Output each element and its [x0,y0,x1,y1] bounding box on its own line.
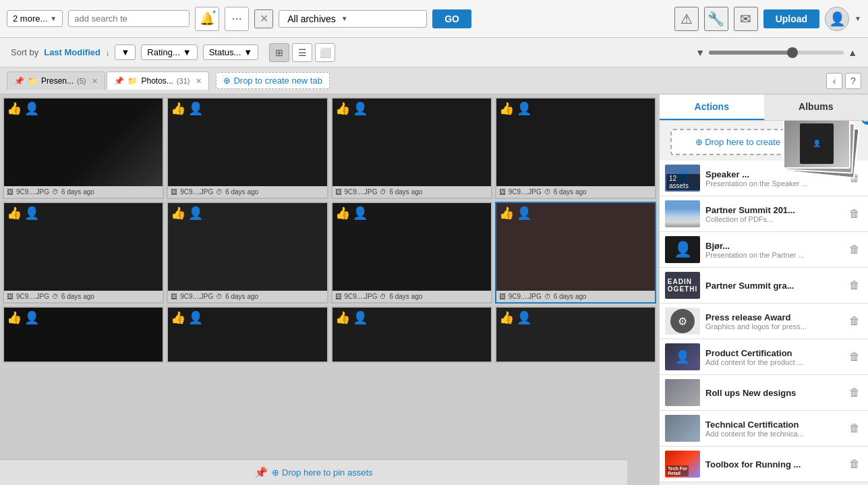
album-delete-icon[interactable]: 🗑 [846,457,863,472]
like-icon[interactable]: 👍 [499,310,514,325]
grid-view-button[interactable]: ⊞ [269,43,289,62]
album-item-partner-summit-pdf[interactable]: Partner Summit 201... Collection of PDFs… [660,196,868,232]
tab-nav-help-button[interactable]: ? [845,73,861,89]
person-icon[interactable]: 👤 [188,206,203,221]
grid-item[interactable]: 👍 👤 🖼 9C9....JPG ⏱ 6 days ago [331,202,492,304]
alert-icon-button[interactable]: ⚠ [674,7,699,31]
album-item-press-release[interactable]: ⚙ Press release Award Graphics and logos… [660,304,868,339]
grid-item[interactable]: 👍 👤 [331,306,492,363]
album-delete-icon[interactable]: 🗑 [846,349,863,364]
asset-grid[interactable]: 👍 👤 🖼 9C9....JPG ⏱ 6 days ago 👍 👤 🖼 9C9.… [0,94,659,485]
person-icon[interactable]: 👤 [517,206,531,221]
grid-item[interactable]: 👍 👤 🖼 9C9....JPG ⏱ 6 days ago [167,202,328,304]
person-icon[interactable]: 👤 [353,101,368,116]
tab-presentations-label: Presen... [41,76,74,86]
grid-item-selected[interactable]: 👍 👤 🖼 9C9....JPG ⏱ 6 days ago [495,202,656,304]
album-delete-icon[interactable]: 🗑 [846,206,863,221]
grid-item[interactable]: 👍 👤 [3,306,164,363]
more-options-button[interactable]: ··· [225,7,249,31]
grid-item-footer: 🖼 9C9....JPG ⏱ 6 days ago [496,291,655,302]
album-delete-icon[interactable]: 🗑 [846,421,863,436]
clock-icon: ⏱ [52,188,59,196]
album-desc: Presentation on the Speaker ... [705,179,841,188]
settings-icon-button[interactable]: 🔧 [704,7,728,31]
tab-albums[interactable]: Albums [764,94,869,120]
list-view-button[interactable]: ☰ [292,43,312,62]
grid-item-footer: 🖼 9C9....JPG ⏱ 6 days ago [496,186,655,198]
person-icon[interactable]: 👤 [188,101,203,116]
like-icon[interactable]: 👍 [171,206,185,221]
tab-presentations-close-icon[interactable]: ✕ [92,77,98,86]
tab-photos-close-icon[interactable]: ✕ [196,77,202,86]
person-icon[interactable]: 👤 [188,310,203,325]
like-icon[interactable]: 👍 [499,101,514,116]
album-item-technical-cert[interactable]: Technical Certification Add content for … [660,411,868,447]
album-item-speaker[interactable]: 👤 12 assets Speaker ... Presentation on … [660,161,868,196]
album-thumb: 👤 [665,343,700,370]
album-delete-icon[interactable]: 🗑 [846,385,863,400]
grid-item[interactable]: 👍 👤 [495,306,656,363]
album-item-bjor[interactable]: 👤 Bjør... Presentation on the Partner ..… [660,232,868,268]
modified: 6 days ago [61,188,94,196]
notification-bell-button[interactable]: 🔔 + [195,7,219,31]
grid-item[interactable]: 👍 👤 [167,306,328,363]
search-box[interactable] [68,10,190,27]
archive-select[interactable]: All archives ▼ [279,10,427,28]
tab-actions[interactable]: Actions [660,94,764,120]
album-thumb: Tech ForRetail [665,451,700,478]
album-item-partner-summit-gra[interactable]: EADINOGETHI Partner Summit gra... 🗑 [660,268,868,304]
tab-nav-prev-button[interactable]: ‹ [826,73,842,89]
person-icon[interactable]: 👤 [24,310,39,325]
person-icon[interactable]: 👤 [353,310,368,325]
sort-value[interactable]: Last Modified [44,47,100,57]
like-icon[interactable]: 👍 [7,101,22,116]
large-view-button[interactable]: ⬜ [315,43,335,62]
tab-photos[interactable]: 📌 📁 Photos... (31) ✕ [107,72,209,90]
clear-search-button[interactable]: ✕ [254,9,273,28]
like-icon[interactable]: 👍 [7,206,22,221]
person-icon[interactable]: 👤 [517,101,531,116]
new-tab-button[interactable]: ⊕ Drop to create new tab [216,72,330,89]
search-input[interactable] [74,13,155,24]
drop-album-button[interactable]: ⊕ Drop here to create a new album 👤 [670,129,857,155]
user-avatar[interactable]: 👤 [825,7,849,31]
sort-dropdown-button[interactable]: ▼ [115,45,136,60]
zoom-slider-thumb[interactable] [787,47,798,58]
grid-item[interactable]: 👍 👤 🖼 9C9....JPG ⏱ 6 days ago [3,97,164,199]
zoom-in-icon[interactable]: ▲ [848,47,857,58]
like-icon[interactable]: 👍 [171,310,185,325]
rating-label: Rating... [147,47,179,57]
pin-bar[interactable]: 📌 ⊕ Drop here to pin assets [0,459,627,485]
zoom-slider[interactable] [709,51,844,55]
status-filter-button[interactable]: Status... ▼ [203,45,259,60]
person-icon[interactable]: 👤 [517,310,531,325]
like-icon[interactable]: 👍 [171,101,185,116]
zoom-out-icon[interactable]: ▼ [695,47,705,58]
grid-item[interactable]: 👍 👤 🖼 9C9....JPG ⏱ 6 days ago [331,97,492,199]
like-icon[interactable]: 👍 [335,101,350,116]
album-delete-icon[interactable]: 🗑 [846,171,863,186]
sort-dropdown-arrow-icon: ▼ [121,47,129,57]
grid-item[interactable]: 👍 👤 🖼 9C9....JPG ⏱ 6 days ago [495,97,656,199]
person-icon[interactable]: 👤 [24,206,39,221]
album-delete-icon[interactable]: 🗑 [846,278,863,293]
upload-button[interactable]: Upload [763,9,819,28]
tab-presentations[interactable]: 📌 📁 Presen... (5) ✕ [7,72,105,90]
album-delete-icon[interactable]: 🗑 [846,314,863,329]
go-button[interactable]: GO [432,9,471,28]
person-icon[interactable]: 👤 [24,101,39,116]
person-icon[interactable]: 👤 [353,206,368,221]
grid-item[interactable]: 👍 👤 🖼 9C9....JPG ⏱ 6 days ago [3,202,164,304]
more-button[interactable]: 2 more... ▼ [7,10,63,27]
like-icon[interactable]: 👍 [335,206,350,221]
like-icon[interactable]: 👍 [335,310,350,325]
album-delete-icon[interactable]: 🗑 [846,242,863,257]
rating-filter-button[interactable]: Rating... ▼ [141,45,197,60]
like-icon[interactable]: 👍 [7,310,22,325]
like-icon[interactable]: 👍 [499,206,514,221]
album-item-toolbox[interactable]: Tech ForRetail Toolbox for Running ... 🗑 [660,447,868,482]
inbox-icon-button[interactable]: ✉ [734,7,758,31]
album-item-product-cert[interactable]: 👤 Product Certification Add content for … [660,339,868,375]
album-item-rollups[interactable]: Roll ups New designs 🗑 [660,375,868,411]
grid-item[interactable]: 👍 👤 🖼 9C9....JPG ⏱ 6 days ago [167,97,328,199]
